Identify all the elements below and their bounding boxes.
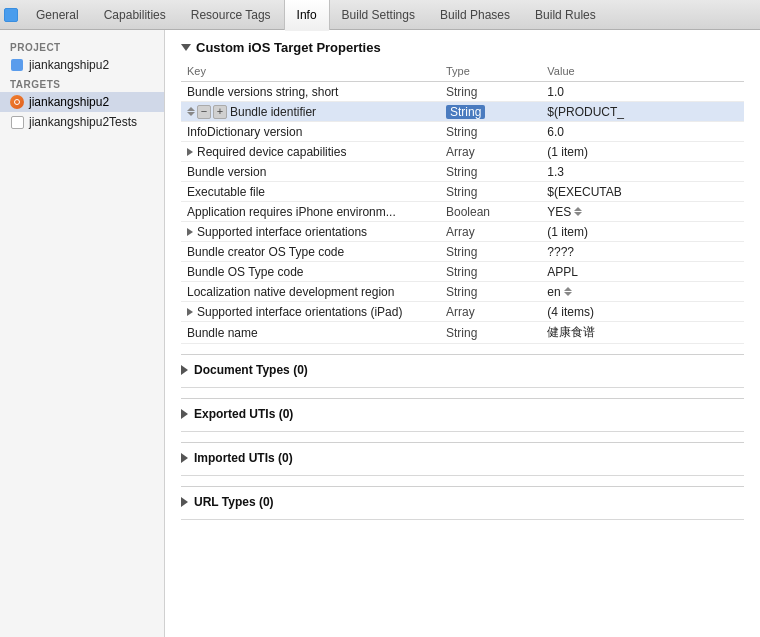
cell-key: Executable file	[181, 182, 440, 202]
minus-btn[interactable]: −	[197, 105, 211, 119]
table-row[interactable]: − + Bundle identifier String$(PRODUCT_	[181, 102, 744, 122]
cell-key: Bundle version	[181, 162, 440, 182]
section-title: Custom iOS Target Properties	[196, 40, 381, 55]
section-divider	[181, 387, 744, 388]
cell-type: String	[440, 102, 541, 122]
expand-icon-url-types[interactable]	[181, 497, 188, 507]
section-divider	[181, 519, 744, 520]
cell-value: (1 item)	[541, 222, 744, 242]
sidebar-item-target-main[interactable]: jiankangshipu2	[0, 92, 164, 112]
col-value: Value	[541, 63, 744, 82]
cell-value: (4 items)	[541, 302, 744, 322]
target-icon	[10, 95, 24, 109]
cell-value: 健康食谱	[541, 322, 744, 344]
table-row[interactable]: Required device capabilitiesArray(1 item…	[181, 142, 744, 162]
sidebar-project-name: jiankangshipu2	[29, 58, 109, 72]
expand-icon-exported-utis[interactable]	[181, 409, 188, 419]
cell-value: $(PRODUCT_	[541, 102, 744, 122]
cell-type: Array	[440, 302, 541, 322]
cell-key: Localization native development region	[181, 282, 440, 302]
tab-build-phases[interactable]: Build Phases	[428, 0, 523, 30]
cell-type: String	[440, 82, 541, 102]
cell-type: Array	[440, 142, 541, 162]
cell-type: String	[440, 262, 541, 282]
table-row[interactable]: Bundle versionString1.3	[181, 162, 744, 182]
tab-info[interactable]: Info	[284, 0, 330, 30]
cell-value: en	[541, 282, 744, 302]
main-layout: PROJECT jiankangshipu2 TARGETS jiankangs…	[0, 30, 760, 637]
cell-type: String	[440, 122, 541, 142]
sidebar: PROJECT jiankangshipu2 TARGETS jiankangs…	[0, 30, 165, 637]
tab-general[interactable]: General	[24, 0, 92, 30]
sidebar-item-project[interactable]: jiankangshipu2	[0, 55, 164, 75]
cell-key: Required device capabilities	[181, 142, 440, 162]
collapsible-document-types[interactable]: Document Types (0)	[181, 354, 744, 381]
cell-type: Array	[440, 222, 541, 242]
cell-type: String	[440, 162, 541, 182]
table-row[interactable]: Executable fileString$(EXECUTAB	[181, 182, 744, 202]
cell-key: Supported interface orientations (iPad)	[181, 302, 440, 322]
cell-key: Application requires iPhone environm...	[181, 202, 440, 222]
table-row[interactable]: Bundle OS Type codeStringAPPL	[181, 262, 744, 282]
expand-icon[interactable]	[187, 148, 193, 156]
cell-value: YES	[541, 202, 744, 222]
value-stepper[interactable]	[574, 207, 582, 216]
sidebar-item-target-tests[interactable]: jiankangshipu2Tests	[0, 112, 164, 132]
properties-table: Key Type Value Bundle versions string, s…	[181, 63, 744, 344]
cell-value: (1 item)	[541, 142, 744, 162]
collapsible-title-exported-utis: Exported UTIs (0)	[194, 407, 293, 421]
section-divider	[181, 475, 744, 476]
value-stepper[interactable]	[564, 287, 572, 296]
cell-key: Bundle versions string, short	[181, 82, 440, 102]
collapsible-imported-utis[interactable]: Imported UTIs (0)	[181, 442, 744, 469]
collapsible-title-imported-utis: Imported UTIs (0)	[194, 451, 293, 465]
expand-icon-document-types[interactable]	[181, 365, 188, 375]
cell-type: String	[440, 282, 541, 302]
collapsible-url-types[interactable]: URL Types (0)	[181, 486, 744, 513]
table-row[interactable]: InfoDictionary versionString6.0	[181, 122, 744, 142]
cell-type: Boolean	[440, 202, 541, 222]
targets-section-label: TARGETS	[0, 75, 164, 92]
table-row[interactable]: Localization native development regionSt…	[181, 282, 744, 302]
cell-value: 1.0	[541, 82, 744, 102]
plus-btn[interactable]: +	[213, 105, 227, 119]
collapsible-title-url-types: URL Types (0)	[194, 495, 274, 509]
section-header: Custom iOS Target Properties	[181, 40, 744, 55]
table-row[interactable]: Application requires iPhone environm...B…	[181, 202, 744, 222]
cell-key: InfoDictionary version	[181, 122, 440, 142]
project-icon	[10, 58, 24, 72]
xcode-icon	[4, 8, 18, 22]
cell-type: String	[440, 242, 541, 262]
tab-build-rules[interactable]: Build Rules	[523, 0, 609, 30]
table-row[interactable]: Bundle versions string, shortString1.0	[181, 82, 744, 102]
collapse-toggle[interactable]	[181, 44, 191, 51]
cell-value: 6.0	[541, 122, 744, 142]
expand-icon-imported-utis[interactable]	[181, 453, 188, 463]
sidebar-item-label-target-main: jiankangshipu2	[29, 95, 109, 109]
expand-icon[interactable]	[187, 308, 193, 316]
tab-capabilities[interactable]: Capabilities	[92, 0, 179, 30]
table-row[interactable]: Supported interface orientationsArray(1 …	[181, 222, 744, 242]
tab-bar: GeneralCapabilitiesResource TagsInfoBuil…	[0, 0, 760, 30]
collapsible-exported-utis[interactable]: Exported UTIs (0)	[181, 398, 744, 425]
table-row[interactable]: Bundle creator OS Type codeString????	[181, 242, 744, 262]
cell-type: String	[440, 182, 541, 202]
cell-value: $(EXECUTAB	[541, 182, 744, 202]
expand-icon[interactable]	[187, 228, 193, 236]
cell-value: APPL	[541, 262, 744, 282]
sidebar-item-label-target-tests: jiankangshipu2Tests	[29, 115, 137, 129]
table-row[interactable]: Supported interface orientations (iPad)A…	[181, 302, 744, 322]
cell-type: String	[440, 322, 541, 344]
cell-key: Supported interface orientations	[181, 222, 440, 242]
col-type: Type	[440, 63, 541, 82]
sort-stepper[interactable]	[187, 107, 195, 116]
test-icon	[10, 115, 24, 129]
cell-key: − + Bundle identifier	[181, 102, 440, 122]
col-key: Key	[181, 63, 440, 82]
cell-key: Bundle name	[181, 322, 440, 344]
cell-key: Bundle OS Type code	[181, 262, 440, 282]
content-area: Custom iOS Target Properties Key Type Va…	[165, 30, 760, 637]
tab-build-settings[interactable]: Build Settings	[330, 0, 428, 30]
table-row[interactable]: Bundle nameString健康食谱	[181, 322, 744, 344]
tab-resource-tags[interactable]: Resource Tags	[179, 0, 284, 30]
